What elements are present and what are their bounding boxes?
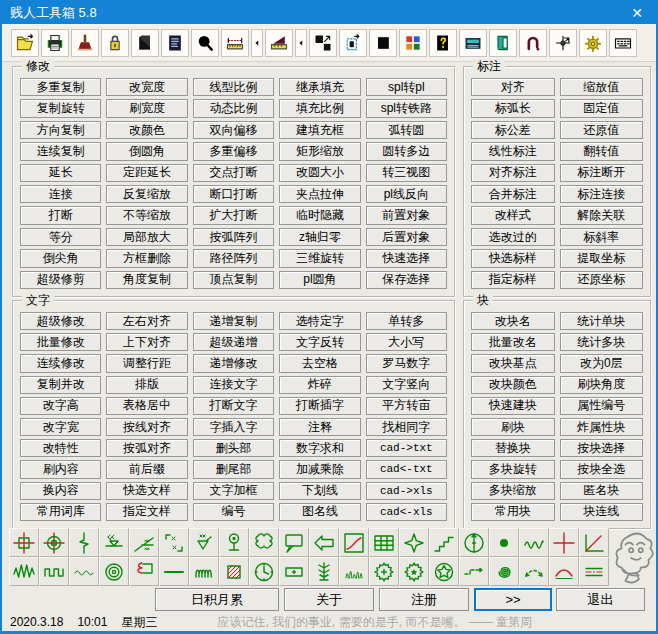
dimension-tool-button[interactable]: 提取坐标 bbox=[560, 249, 644, 267]
text-tool-button[interactable]: 排版 bbox=[106, 376, 187, 394]
modify-tool-button[interactable]: 角度复制 bbox=[106, 271, 187, 289]
toolbar-solid-square-button[interactable] bbox=[369, 29, 397, 57]
text-tool-button[interactable]: 文字加框 bbox=[193, 482, 274, 500]
dimension-tool-button[interactable]: 解除关联 bbox=[560, 206, 644, 224]
modify-tool-button[interactable]: 断口打断 bbox=[193, 185, 274, 203]
footer-button-daily-tips[interactable]: 日积月累 bbox=[155, 588, 279, 611]
footer-button-register[interactable]: 注册 bbox=[379, 588, 469, 611]
text-tool-button[interactable]: 递增修改 bbox=[193, 354, 274, 372]
text-tool-button[interactable]: cad<-xls bbox=[366, 503, 447, 521]
text-tool-button[interactable]: 前后缀 bbox=[106, 460, 187, 478]
symbol-check-triangle-button[interactable] bbox=[189, 528, 219, 557]
modify-tool-button[interactable]: 夹点拉伸 bbox=[279, 185, 360, 203]
text-tool-button[interactable]: 换内容 bbox=[20, 482, 101, 500]
dimension-tool-button[interactable]: 还原坐标 bbox=[560, 271, 644, 289]
modify-tool-button[interactable]: 倒圆角 bbox=[106, 142, 187, 160]
toolbar-dotted-selection-button[interactable] bbox=[339, 29, 367, 57]
close-icon[interactable]: ✕ bbox=[620, 0, 654, 26]
modify-tool-button[interactable]: 多重复制 bbox=[20, 78, 101, 96]
symbol-gear-plus-button[interactable] bbox=[369, 557, 399, 586]
modify-tool-button[interactable]: 顶点复制 bbox=[193, 271, 274, 289]
dimension-tool-button[interactable]: 指定标样 bbox=[471, 271, 555, 289]
modify-tool-button[interactable]: 复制旋转 bbox=[20, 99, 101, 117]
toolbar-magnet-button[interactable] bbox=[519, 29, 547, 57]
symbol-spiral-button[interactable] bbox=[489, 557, 519, 586]
text-tool-button[interactable]: cad->xls bbox=[366, 482, 447, 500]
text-tool-button[interactable]: 改字高 bbox=[20, 397, 101, 415]
text-tool-button[interactable]: 左右对齐 bbox=[106, 312, 187, 330]
modify-tool-button[interactable]: 前置对象 bbox=[366, 206, 447, 224]
block-tool-button[interactable]: 按块全选 bbox=[560, 460, 644, 478]
toolbar-lock-button[interactable] bbox=[101, 29, 129, 57]
symbol-slope-mark-button[interactable] bbox=[129, 528, 159, 557]
modify-tool-button[interactable]: 等分 bbox=[20, 228, 101, 246]
symbol-solid-dot-button[interactable] bbox=[489, 528, 519, 557]
text-tool-button[interactable]: 按弧对齐 bbox=[106, 439, 187, 457]
symbol-concentric-rings-button[interactable] bbox=[99, 557, 129, 586]
toolbar-help-doc-button[interactable] bbox=[429, 29, 457, 57]
symbol-four-point-star-button[interactable] bbox=[399, 528, 429, 557]
modify-tool-button[interactable]: 扩大打断 bbox=[193, 206, 274, 224]
symbol-hatched-box-button[interactable] bbox=[219, 557, 249, 586]
block-tool-button[interactable]: 改块颜色 bbox=[471, 376, 555, 394]
modify-tool-button[interactable]: 连接 bbox=[20, 185, 101, 203]
modify-tool-button[interactable]: 方向复制 bbox=[20, 121, 101, 139]
modify-tool-button[interactable]: 三维旋转 bbox=[279, 249, 360, 267]
text-tool-button[interactable]: 打断文字 bbox=[193, 397, 274, 415]
text-tool-button[interactable]: 超级修改 bbox=[20, 312, 101, 330]
symbol-red-arch-button[interactable] bbox=[549, 557, 579, 586]
dimension-tool-button[interactable]: 标斜率 bbox=[560, 228, 644, 246]
text-tool-button[interactable]: 打断插字 bbox=[279, 397, 360, 415]
block-tool-button[interactable]: 多块缩放 bbox=[471, 482, 555, 500]
modify-tool-button[interactable]: 不等缩放 bbox=[106, 206, 187, 224]
text-tool-button[interactable]: 改特性 bbox=[20, 439, 101, 457]
symbol-brace-leader-button[interactable] bbox=[129, 557, 159, 586]
text-tool-button[interactable]: 超级递增 bbox=[193, 333, 274, 351]
modify-tool-button[interactable]: 定距延长 bbox=[106, 164, 187, 182]
modify-tool-button[interactable]: 反复缩放 bbox=[106, 185, 187, 203]
symbol-section-circle-button[interactable] bbox=[459, 528, 489, 557]
modify-tool-button[interactable]: 超级修剪 bbox=[20, 271, 101, 289]
toolbar-brush-button[interactable] bbox=[71, 29, 99, 57]
text-tool-button[interactable]: 图名线 bbox=[279, 503, 360, 521]
toolbar-calculator-button[interactable] bbox=[459, 29, 487, 57]
dimension-tool-button[interactable]: 对齐 bbox=[471, 78, 555, 96]
text-tool-button[interactable]: 大小写 bbox=[366, 333, 447, 351]
text-tool-button[interactable]: 连接文字 bbox=[193, 376, 274, 394]
symbol-gear-star-button[interactable] bbox=[399, 557, 429, 586]
symbol-plant-symbol-button[interactable] bbox=[309, 557, 339, 586]
block-tool-button[interactable]: 统计单块 bbox=[560, 312, 644, 330]
symbol-grass-marks-button[interactable] bbox=[339, 557, 369, 586]
modify-tool-button[interactable]: 建填充框 bbox=[279, 121, 360, 139]
text-tool-button[interactable]: 表格居中 bbox=[106, 397, 187, 415]
text-tool-button[interactable]: 注释 bbox=[279, 418, 360, 436]
text-tool-button[interactable]: 按线对齐 bbox=[106, 418, 187, 436]
block-tool-button[interactable]: 块连线 bbox=[560, 503, 644, 521]
symbol-stairs-button[interactable] bbox=[429, 528, 459, 557]
text-tool-button[interactable]: 刷内容 bbox=[20, 460, 101, 478]
block-tool-button[interactable]: 改块基点 bbox=[471, 354, 555, 372]
text-tool-button[interactable]: 批量修改 bbox=[20, 333, 101, 351]
modify-tool-button[interactable]: 路径阵列 bbox=[193, 249, 274, 267]
block-tool-button[interactable]: 刷块 bbox=[471, 418, 555, 436]
modify-tool-button[interactable]: 连续复制 bbox=[20, 142, 101, 160]
symbol-corner-marks-button[interactable] bbox=[159, 528, 189, 557]
footer-button-about[interactable]: 关于 bbox=[284, 588, 374, 611]
dimension-tool-button[interactable]: 对齐标注 bbox=[471, 164, 555, 182]
modify-tool-button[interactable]: 刷宽度 bbox=[106, 99, 187, 117]
text-tool-button[interactable]: 炸碎 bbox=[279, 376, 360, 394]
modify-tool-button[interactable]: 继承填充 bbox=[279, 78, 360, 96]
toolbar-pages-button[interactable] bbox=[131, 29, 159, 57]
text-tool-button[interactable]: 上下对齐 bbox=[106, 333, 187, 351]
text-tool-button[interactable]: 字插入字 bbox=[193, 418, 274, 436]
modify-tool-button[interactable]: 改圆大小 bbox=[279, 164, 360, 182]
symbol-zigzag-wave-button[interactable] bbox=[9, 557, 39, 586]
block-tool-button[interactable]: 刷块角度 bbox=[560, 376, 644, 394]
block-tool-button[interactable]: 快速建块 bbox=[471, 397, 555, 415]
modify-tool-button[interactable]: 方框删除 bbox=[106, 249, 187, 267]
symbol-axis-diagonal-button[interactable] bbox=[579, 528, 609, 557]
toolbar-open-file-button[interactable] bbox=[11, 29, 39, 57]
modify-tool-button[interactable]: 多重偏移 bbox=[193, 142, 274, 160]
modify-tool-button[interactable]: 改宽度 bbox=[106, 78, 187, 96]
text-tool-button[interactable]: 常用词库 bbox=[20, 503, 101, 521]
